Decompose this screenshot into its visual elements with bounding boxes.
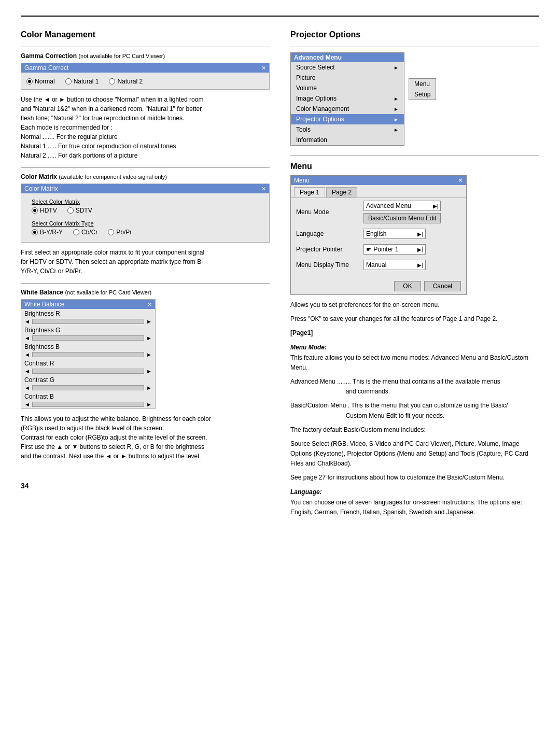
image-options-arrow: ► [394, 96, 399, 102]
white-balance-label: White Balance (not available for PC Card… [21, 289, 270, 296]
brightness-g-left-arrow[interactable]: ◄ [23, 335, 31, 341]
contrast-r-left-arrow[interactable]: ◄ [23, 368, 31, 374]
brightness-g-right-arrow[interactable]: ► [145, 335, 153, 341]
contrast-r-label: Contrast R [21, 359, 155, 367]
contrast-g-right-arrow[interactable]: ► [145, 385, 153, 391]
contrast-b-slider: ◄ ► [21, 400, 155, 408]
hdtv-option[interactable]: HDTV [32, 207, 57, 214]
contrast-b-label: Contrast B [21, 392, 155, 400]
language-desc: You can choose one of seven languages fo… [290, 498, 539, 517]
brightness-r-track[interactable] [32, 319, 144, 324]
gamma-dialog-titlebar: Gamma Correct ✕ [21, 63, 269, 73]
menu-item-source-select[interactable]: Source Select ► [291, 62, 404, 73]
brightness-r-left-arrow[interactable]: ◄ [23, 318, 31, 325]
brightness-b-label: Brightness B [21, 342, 155, 350]
contrast-r-slider: ◄ ► [21, 367, 155, 375]
projector-options-submenu: Menu Setup [409, 78, 436, 100]
gamma-natural1-radio[interactable] [65, 78, 72, 84]
menu-mode-heading: Menu Mode: [290, 344, 539, 351]
cancel-button[interactable]: Cancel [424, 281, 461, 291]
basic-custom-menu-edit-button[interactable]: Basic/Custom Menu Edit [363, 213, 441, 223]
menu-display-time-label: Menu Display Time [296, 261, 358, 269]
contrast-g-track[interactable] [32, 385, 144, 390]
menu-item-image-options[interactable]: Image Options ► [291, 93, 404, 104]
menu-item-tools[interactable]: Tools ► [291, 124, 404, 135]
gamma-natural2-radio[interactable] [109, 78, 115, 84]
menu-display-time-dropdown[interactable]: Manual ▶| [363, 260, 426, 270]
color-matrix-titlebar: Color Matrix ✕ [21, 184, 269, 193]
sdtv-option[interactable]: SDTV [67, 207, 92, 214]
menu-dialog-close-icon[interactable]: ✕ [458, 177, 463, 184]
contrast-r-right-arrow[interactable]: ► [145, 368, 153, 374]
contrast-g-left-arrow[interactable]: ◄ [23, 385, 31, 391]
white-balance-close-icon[interactable]: ✕ [147, 301, 152, 308]
select-color-matrix-label: Select Color Matrix [32, 199, 259, 205]
brightness-r-label: Brightness R [21, 309, 155, 317]
brightness-g-label: Brightness G [21, 326, 155, 334]
menu-mode-dropdown-arrow: ▶| [433, 203, 439, 209]
basic-custom-desc: Basic/Custom Menu . This is the menu tha… [290, 401, 539, 420]
menu-item-picture[interactable]: Picture [291, 73, 404, 83]
gamma-normal[interactable]: Normal [26, 78, 55, 85]
proj-options-arrow: ► [394, 117, 399, 122]
projector-options-container: Advanced Menu Source Select ► Picture Vo… [290, 52, 539, 151]
gamma-close-icon[interactable]: ✕ [261, 65, 266, 72]
cbcr-radio[interactable] [73, 229, 79, 235]
language-heading: Language: [290, 488, 539, 496]
language-dropdown-arrow: ▶| [417, 231, 423, 237]
brightness-b-right-arrow[interactable]: ► [145, 351, 153, 358]
menu-item-color-management[interactable]: Color Management ► [291, 104, 404, 114]
projector-pointer-dropdown[interactable]: ☛ Pointer 1 ▶| [363, 244, 426, 255]
color-matrix-close-icon[interactable]: ✕ [261, 186, 266, 192]
menu-item-information[interactable]: Information [291, 135, 404, 145]
contrast-b-left-arrow[interactable]: ◄ [23, 401, 31, 407]
menu-item-projector-options[interactable]: Projector Options ► [291, 114, 404, 124]
source-select-arrow: ► [394, 65, 399, 71]
cbcr-option[interactable]: Cb/Cr [73, 229, 97, 236]
gamma-label: Gamma Correction (not available for PC C… [21, 52, 270, 60]
menu-dialog: Menu ✕ Page 1 Page 2 Menu Mode Advanced … [290, 175, 467, 295]
proj-menu-titlebar: Advanced Menu [291, 53, 404, 62]
submenu-item-menu[interactable]: Menu [409, 79, 436, 89]
byr-option[interactable]: B-Y/R-Y [32, 229, 63, 236]
projector-options-menu: Advanced Menu Source Select ► Picture Vo… [290, 52, 404, 146]
contrast-g-slider: ◄ ► [21, 384, 155, 392]
gamma-normal-radio[interactable] [26, 78, 33, 84]
right-column: Projector Options Advanced Menu Source S… [290, 24, 539, 522]
brightness-b-left-arrow[interactable]: ◄ [23, 351, 31, 358]
white-balance-desc: This allows you to adjust the white bala… [21, 414, 270, 461]
sdtv-radio[interactable] [67, 207, 74, 214]
tab-page2[interactable]: Page 2 [326, 187, 357, 198]
color-management-title: Color Management [21, 30, 270, 39]
submenu-item-setup[interactable]: Setup [409, 89, 436, 100]
byr-radio[interactable] [32, 229, 38, 235]
menu-mode-row: Menu Mode Advanced Menu ▶| Basic/Custom … [291, 198, 466, 226]
contrast-b-track[interactable] [32, 402, 144, 407]
gamma-dialog: Gamma Correct ✕ Normal Natural 1 Natura [21, 63, 270, 90]
tab-page1[interactable]: Page 1 [294, 187, 325, 198]
pbpr-radio[interactable] [108, 229, 114, 235]
brightness-g-track[interactable] [32, 335, 144, 341]
menu-item-volume[interactable]: Volume [291, 83, 404, 93]
brightness-r-right-arrow[interactable]: ► [145, 318, 153, 325]
color-matrix-row2: B-Y/R-Y Cb/Cr Pb/Pr [32, 229, 259, 236]
left-column: Color Management Gamma Correction (not a… [21, 24, 270, 522]
menu-intro: Allows you to set preferences for the on… [290, 300, 539, 310]
language-dropdown[interactable]: English ▶| [363, 229, 426, 239]
ok-button[interactable]: OK [394, 281, 421, 291]
white-balance-titlebar: White Balance ✕ [21, 300, 155, 309]
tools-arrow: ► [394, 127, 399, 133]
menu-mode-dropdown[interactable]: Advanced Menu ▶| [363, 201, 441, 211]
contrast-r-track[interactable] [32, 369, 144, 374]
pbpr-option[interactable]: Pb/Pr [108, 229, 132, 236]
color-matrix-label: Color Matrix (available for component vi… [21, 173, 270, 180]
brightness-b-track[interactable] [32, 352, 144, 357]
hdtv-radio[interactable] [32, 207, 38, 214]
color-matrix-select: Select Color Matrix HDTV SDTV [26, 196, 264, 216]
menu-title: Menu [290, 162, 539, 171]
contrast-b-right-arrow[interactable]: ► [145, 401, 153, 407]
language-label: Language [296, 230, 358, 237]
projector-pointer-dropdown-arrow: ▶| [417, 247, 423, 252]
gamma-natural2[interactable]: Natural 2 [109, 78, 143, 85]
gamma-natural1[interactable]: Natural 1 [65, 78, 99, 85]
